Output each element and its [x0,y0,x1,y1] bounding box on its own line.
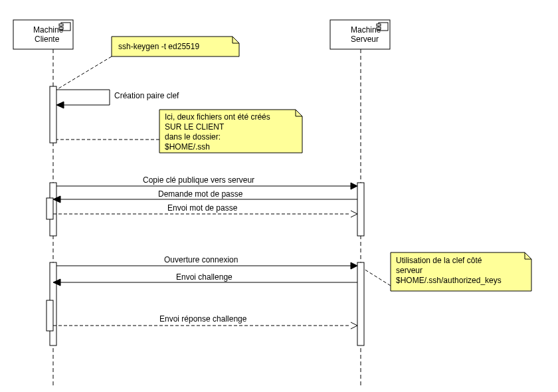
activation-client-2b [46,198,53,219]
svg-marker-10 [56,102,64,108]
note-files-line4: $HOME/.ssh [165,142,210,151]
svg-rect-7 [377,27,381,29]
svg-rect-2 [59,24,63,26]
note-authkeys: Utilisation de la clef côté serveur $HOM… [391,252,531,291]
svg-marker-21 [525,252,531,259]
message-send-password: Envoi mot de passe [53,203,357,217]
message-ask-password-label: Demande mot de passe [158,189,243,199]
activation-server-2 [357,262,364,345]
note-authkeys-line3: $HOME/.ssh/authorized_keys [396,276,502,285]
note-files-line3: dans le dossier: [165,132,221,142]
sequence-diagram: Machine Cliente Machine Serveur ssh-keyg… [0,0,558,392]
note-keygen: ssh-keygen -t ed25519 [112,37,239,56]
svg-marker-19 [351,262,357,269]
note-files: Ici, deux fichiers ont été créés SUR LE … [159,110,302,153]
message-send-challenge: Envoi challenge [53,272,357,286]
participant-server: Machine Serveur [330,20,390,49]
message-open-connection-label: Ouverture connexion [164,255,238,264]
message-send-password-label: Envoi mot de passe [167,203,238,213]
participant-client: Machine Cliente [13,20,73,49]
activation-server-1 [357,183,364,236]
activation-client-3b [46,300,53,331]
message-send-response: Envoi réponse challenge [53,314,357,329]
message-copy-pubkey-label: Copie clé publique vers serveur [143,175,254,185]
message-create-keypair-label: Création paire clef [114,91,179,100]
svg-rect-3 [59,27,63,29]
message-send-response-label: Envoi réponse challenge [159,314,247,324]
note-keygen-text: ssh-keygen -t ed25519 [118,42,199,51]
svg-marker-9 [232,37,239,43]
note-authkeys-line2: serveur [396,266,422,275]
note-files-line2: SUR LE CLIENT [165,122,225,132]
participant-client-label2: Cliente [35,35,60,44]
message-ask-password: Demande mot de passe [53,189,357,203]
note-authkeys-line1: Utilisation de la clef côté [396,256,482,265]
note-keygen-link [56,56,112,90]
activation-client-1 [50,86,56,143]
message-copy-pubkey: Copie clé publique vers serveur [56,175,357,189]
note-files-line1: Ici, deux fichiers ont été créés [165,112,270,122]
svg-marker-14 [351,183,357,189]
message-send-challenge-label: Envoi challenge [176,272,232,282]
message-open-connection: Ouverture connexion [56,255,357,269]
message-create-keypair: Création paire clef [56,90,179,108]
participant-server-label2: Serveur [351,35,379,44]
svg-rect-6 [377,24,381,26]
participant-server-label1: Machine [351,25,381,35]
svg-marker-12 [296,110,302,116]
note-authkeys-link [364,269,391,286]
participant-client-label1: Machine [33,25,64,35]
